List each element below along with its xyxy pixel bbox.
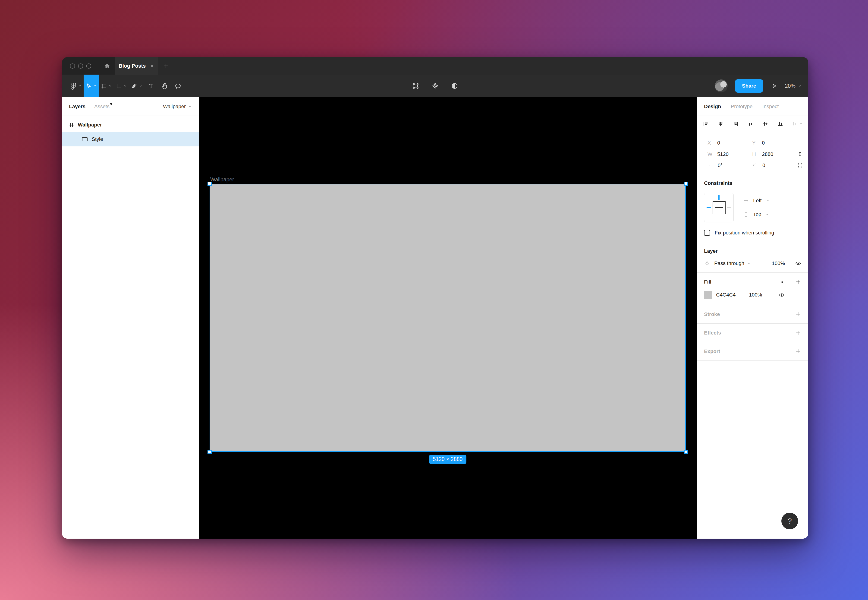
main-menu-button[interactable] (68, 74, 83, 97)
document-tab[interactable]: Blog Posts (115, 57, 158, 74)
styles-icon[interactable] (779, 279, 785, 285)
present-button[interactable] (771, 82, 777, 89)
layer-row-style[interactable]: Style (62, 132, 199, 146)
layer-row-wallpaper[interactable]: Wallpaper (62, 118, 199, 132)
canvas-frame-label[interactable]: Wallpaper (210, 177, 234, 183)
close-window-button[interactable] (70, 64, 75, 68)
add-export-icon[interactable] (795, 348, 801, 355)
align-right-icon[interactable] (732, 121, 739, 127)
tab-prototype[interactable]: Prototype (731, 103, 752, 109)
constraint-bottom-tick[interactable] (719, 216, 719, 220)
shape-tool-button[interactable] (114, 74, 129, 97)
remove-fill-icon[interactable] (795, 292, 801, 298)
layer-opacity-value[interactable]: 100% (772, 261, 785, 267)
canvas[interactable]: Wallpaper 5120 × 2880 (199, 97, 697, 539)
figma-window: Blog Posts (62, 57, 808, 539)
zoom-level: 20% (785, 83, 795, 89)
constrain-proportions-icon[interactable] (797, 151, 803, 157)
desktop-background: { "titlebar": { "tab_label": "Blog Posts… (0, 0, 868, 600)
frame-layer-icon (68, 122, 74, 128)
height-label: H (752, 151, 757, 157)
vertical-constraint-dropdown[interactable]: Top (743, 212, 770, 218)
add-fill-icon[interactable] (795, 279, 801, 285)
hand-tool-button[interactable] (158, 74, 171, 97)
blend-mode-dropdown[interactable]: Pass through (714, 261, 751, 267)
new-tab-button[interactable] (158, 57, 174, 74)
corner-radius-icon (752, 163, 758, 168)
rotation-field[interactable]: 0° (708, 162, 752, 168)
fill-opacity-value[interactable]: 100% (749, 292, 762, 298)
frame-tool-button[interactable] (99, 74, 114, 97)
fill-row[interactable]: C4C4C4 100% (704, 291, 801, 299)
x-label: X (708, 140, 712, 146)
constraint-left-tick[interactable] (706, 207, 711, 208)
inspector-tabs: Design Prototype Inspect (697, 97, 808, 116)
create-component-button[interactable] (431, 82, 439, 89)
eye-icon[interactable] (779, 292, 785, 298)
tab-inspect[interactable]: Inspect (762, 103, 779, 109)
selection-handle-top-right[interactable] (684, 182, 688, 186)
share-button[interactable]: Share (735, 79, 763, 92)
mask-button[interactable] (451, 82, 458, 89)
height-field[interactable]: H 2880 (752, 151, 797, 157)
rotation-value: 0° (718, 162, 723, 168)
align-top-icon[interactable] (747, 121, 754, 127)
width-field[interactable]: W 5120 (708, 151, 752, 157)
eye-icon[interactable] (795, 260, 801, 267)
horizontal-constraint-value: Left (753, 198, 762, 204)
toolbar-left (68, 74, 184, 97)
minimize-window-button[interactable] (78, 64, 83, 68)
selection-handle-bottom-right[interactable] (684, 450, 688, 454)
blend-mode-value: Pass through (714, 261, 744, 267)
home-icon (104, 63, 110, 69)
align-left-icon[interactable] (703, 121, 709, 127)
mask-icon (451, 82, 458, 89)
text-tool-button[interactable] (144, 74, 158, 97)
align-bottom-icon[interactable] (777, 121, 783, 127)
zoom-window-button[interactable] (86, 64, 91, 68)
vertical-constraint-value: Top (753, 212, 761, 218)
effects-title: Effects (704, 330, 721, 336)
fill-color-swatch[interactable] (704, 291, 712, 299)
move-tool-button[interactable] (83, 74, 99, 97)
avatar[interactable] (715, 79, 728, 92)
constraint-right-tick[interactable] (727, 208, 731, 208)
independent-corners-icon[interactable] (797, 162, 803, 168)
chevron-down-icon (124, 84, 127, 88)
constraints-widget[interactable] (704, 193, 734, 223)
comment-tool-button[interactable] (171, 74, 184, 97)
zoom-control[interactable]: 20% (785, 83, 802, 89)
blend-mode-icon (704, 261, 710, 267)
selection-handle-bottom-left[interactable] (207, 450, 212, 454)
tab-layers[interactable]: Layers (69, 103, 85, 109)
export-title: Export (704, 348, 720, 355)
fill-hex-value[interactable]: C4C4C4 (716, 292, 745, 298)
frame-tool-icon (100, 83, 107, 89)
edit-object-button[interactable] (412, 82, 419, 89)
align-h-center-icon[interactable] (717, 121, 724, 127)
pen-tool-button[interactable] (129, 74, 144, 97)
fix-position-row[interactable]: Fix position when scrolling (704, 230, 801, 236)
page-selector[interactable]: Wallpaper (163, 103, 192, 109)
help-button[interactable]: ? (781, 513, 798, 529)
fill-section: Fill C4C4C4 100% (697, 273, 808, 305)
tidy-up-button[interactable] (792, 121, 803, 127)
align-v-center-icon[interactable] (762, 121, 768, 127)
add-stroke-icon[interactable] (795, 311, 801, 317)
add-effect-icon[interactable] (795, 330, 801, 336)
fix-position-label: Fix position when scrolling (715, 230, 774, 236)
x-field[interactable]: X 0 (708, 140, 752, 146)
selection-handle-top-left[interactable] (207, 182, 212, 186)
tab-assets[interactable]: Assets (94, 103, 110, 109)
constraint-top-tick[interactable] (718, 195, 720, 200)
layer-section: Layer Pass through 100% (697, 242, 808, 273)
tab-design[interactable]: Design (704, 103, 721, 109)
horizontal-constraint-dropdown[interactable]: Left (743, 198, 770, 204)
corner-radius-field[interactable]: 0 (752, 162, 797, 168)
fix-position-checkbox[interactable] (704, 230, 710, 236)
wallpaper-frame[interactable] (210, 185, 685, 451)
transform-section: X 0 Y 0 W 5120 H 2880 (697, 132, 808, 174)
close-tab-icon[interactable] (150, 64, 154, 68)
y-field[interactable]: Y 0 (752, 140, 797, 146)
home-button[interactable] (101, 57, 114, 74)
